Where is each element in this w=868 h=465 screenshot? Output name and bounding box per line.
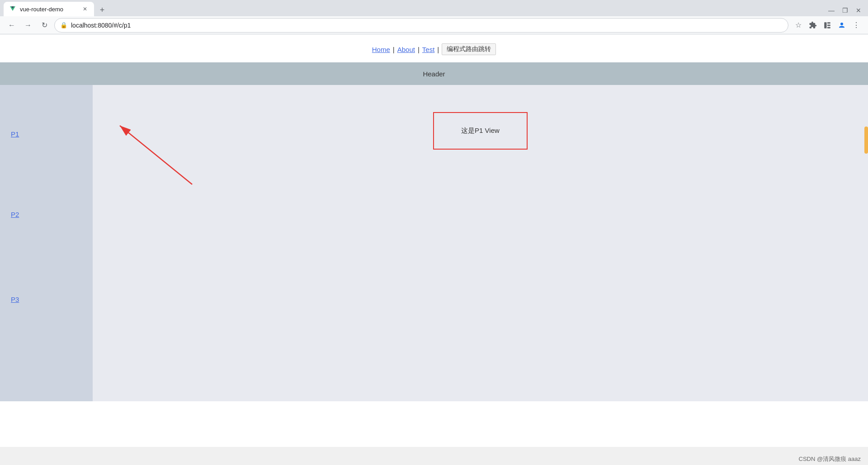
header-title: Header bbox=[423, 70, 445, 78]
forward-button[interactable]: → bbox=[22, 19, 34, 32]
page-wrapper: Home | About | Test | 编程式路由跳转 Header P1 … bbox=[0, 34, 868, 447]
svg-rect-5 bbox=[827, 27, 830, 28]
window-controls: — ❐ ✕ bbox=[826, 5, 864, 16]
arrow-annotation bbox=[93, 112, 228, 202]
header-bar: Header bbox=[0, 62, 868, 85]
menu-button[interactable]: ⋮ bbox=[850, 19, 863, 32]
address-text: localhost:8080/#/c/p1 bbox=[71, 22, 783, 29]
extensions-button[interactable] bbox=[807, 19, 819, 32]
nav-separator-1: | bbox=[393, 46, 395, 53]
home-nav-link[interactable]: Home bbox=[372, 46, 390, 53]
sidebar-toggle-button[interactable] bbox=[821, 19, 834, 32]
test-nav-link[interactable]: Test bbox=[422, 46, 435, 53]
sidebar: P1 P2 P3 bbox=[0, 85, 93, 401]
svg-rect-4 bbox=[827, 24, 830, 26]
address-bar[interactable]: 🔒 localhost:8080/#/c/p1 bbox=[54, 18, 788, 33]
tab-favicon bbox=[9, 5, 16, 13]
main-content: 这是P1 View bbox=[93, 85, 868, 401]
programmatic-nav-button[interactable]: 编程式路由跳转 bbox=[442, 43, 496, 55]
new-tab-button[interactable]: + bbox=[96, 4, 108, 16]
nav-separator-2: | bbox=[418, 46, 420, 53]
reload-button[interactable]: ↻ bbox=[38, 19, 51, 32]
browser-tab-bar: vue-router-demo ✕ + — ❐ ✕ bbox=[0, 0, 868, 16]
p1-view-text: 这是P1 View bbox=[461, 127, 500, 134]
browser-chrome: vue-router-demo ✕ + — ❐ ✕ ← → ↻ 🔒 localh… bbox=[0, 0, 868, 34]
security-icon: 🔒 bbox=[60, 22, 67, 28]
browser-tab-active[interactable]: vue-router-demo ✕ bbox=[4, 2, 94, 16]
tab-title: vue-router-demo bbox=[20, 6, 78, 13]
close-button[interactable]: ✕ bbox=[853, 5, 864, 16]
svg-point-6 bbox=[840, 23, 843, 25]
browser-addressbar: ← → ↻ 🔒 localhost:8080/#/c/p1 ☆ bbox=[0, 16, 868, 34]
svg-line-8 bbox=[120, 126, 192, 184]
about-nav-link[interactable]: About bbox=[397, 46, 415, 53]
profile-button[interactable] bbox=[835, 19, 848, 32]
sidebar-p1-link[interactable]: P1 bbox=[11, 130, 19, 138]
maximize-button[interactable]: ❐ bbox=[839, 5, 851, 16]
content-area: P1 P2 P3 bbox=[0, 85, 868, 401]
toolbar-right: ☆ ⋮ bbox=[792, 19, 863, 32]
svg-rect-2 bbox=[824, 22, 826, 28]
nav-separator-3: | bbox=[437, 46, 439, 53]
sidebar-p2-link[interactable]: P2 bbox=[11, 211, 19, 218]
minimize-button[interactable]: — bbox=[826, 5, 837, 16]
tab-close-button[interactable]: ✕ bbox=[81, 5, 89, 13]
sidebar-p3-link[interactable]: P3 bbox=[11, 296, 19, 303]
bookmark-button[interactable]: ☆ bbox=[792, 19, 805, 32]
scrollbar-indicator[interactable] bbox=[864, 127, 868, 154]
svg-rect-3 bbox=[827, 22, 830, 23]
back-button[interactable]: ← bbox=[5, 19, 18, 32]
top-navigation: Home | About | Test | 编程式路由跳转 bbox=[0, 34, 868, 62]
p1-view-box: 这是P1 View bbox=[433, 112, 528, 150]
